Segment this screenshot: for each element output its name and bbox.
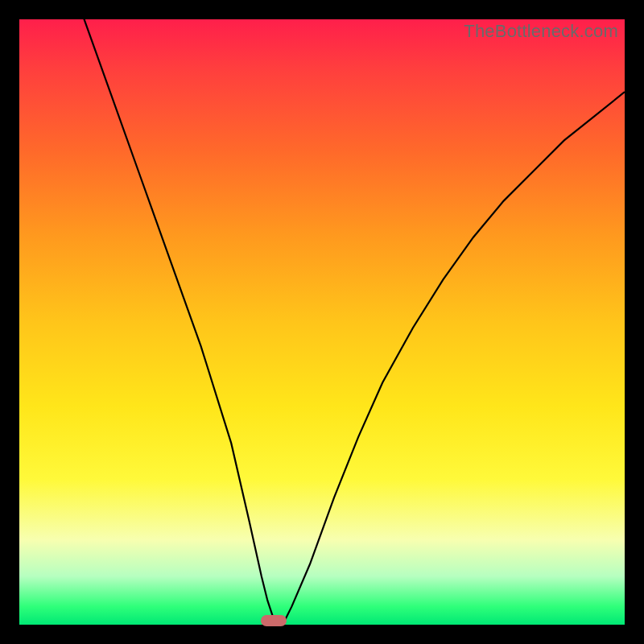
plot-area: TheBottleneck.com: [19, 19, 625, 625]
curve-path: [19, 19, 625, 625]
optimal-marker: [261, 615, 287, 626]
bottleneck-curve: [19, 19, 625, 625]
chart-frame: TheBottleneck.com: [0, 0, 644, 644]
